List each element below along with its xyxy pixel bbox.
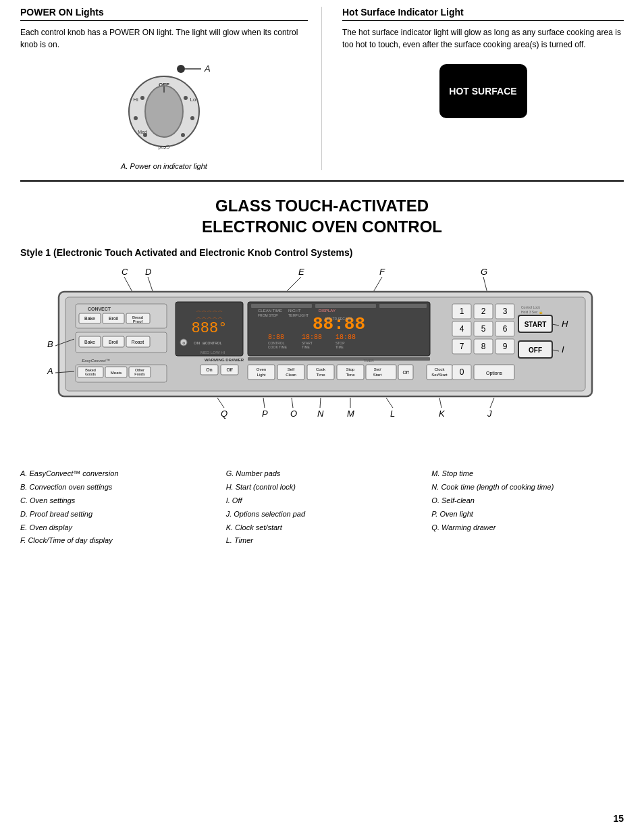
svg-line-26 (483, 277, 487, 293)
svg-point-14 (143, 133, 147, 137)
svg-text:Time: Time (346, 373, 355, 377)
svg-point-0 (177, 65, 185, 73)
svg-text:MED LOW HI: MED LOW HI (200, 350, 225, 355)
svg-point-8 (145, 86, 183, 137)
svg-line-22 (285, 277, 301, 293)
legend-section: A. EasyConvect™ conversion B. Convection… (20, 467, 624, 548)
svg-text:⊞CONTROL: ⊞CONTROL (203, 341, 222, 345)
legend-b: B. Convection oven settings (20, 481, 213, 494)
legend-e: E. Oven display (20, 521, 213, 535)
svg-text:TIMER: TIMER (363, 359, 374, 363)
svg-text:N: N (317, 409, 324, 419)
svg-line-148 (217, 398, 224, 408)
knob-svg-wrapper: A OFF Hi Lo Med (97, 61, 232, 155)
control-panel-wrapper: C D E F G CONVECT Bake Broil (20, 265, 624, 454)
svg-text:Off: Off (226, 367, 232, 372)
legend-g: G. Number pads (226, 467, 419, 481)
svg-point-12 (134, 116, 138, 120)
svg-text:M: M (347, 409, 354, 419)
knob-caption: A. Power on indicator light (20, 162, 308, 170)
svg-line-162 (490, 398, 494, 408)
svg-text:COOK TIME: COOK TIME (268, 345, 288, 349)
svg-text:CLEAN TIME: CLEAN TIME (258, 309, 282, 313)
svg-text:K: K (439, 409, 446, 419)
svg-line-24 (373, 277, 382, 293)
svg-text:H: H (562, 319, 568, 329)
svg-text:J: J (487, 409, 492, 419)
svg-text:TEMP LIGHT: TEMP LIGHT (288, 313, 308, 317)
svg-rect-69 (251, 304, 312, 308)
svg-text:START: START (525, 321, 547, 328)
legend-col-1: A. EasyConvect™ conversion B. Convection… (20, 467, 213, 548)
svg-text:poɘ⅁: poɘ⅁ (159, 145, 171, 150)
svg-text:Lo: Lo (190, 97, 196, 103)
svg-text:A: A (47, 366, 53, 376)
legend-a: A. EasyConvect™ conversion (20, 467, 213, 481)
svg-line-160 (439, 398, 441, 408)
svg-text:B: B (47, 339, 53, 349)
svg-text:Self: Self (288, 367, 295, 371)
svg-text:6: 6 (503, 324, 508, 334)
svg-text:NIGHT: NIGHT (288, 309, 301, 313)
hot-surface-title: Hot Surface Indicator Light (342, 7, 624, 21)
svg-text:5: 5 (481, 324, 486, 334)
svg-text:Proof: Proof (133, 319, 143, 323)
legend-q: Q. Warming drawer (431, 521, 624, 535)
legend-l: L. Timer (226, 534, 419, 548)
svg-line-18 (124, 277, 133, 293)
svg-text:ON: ON (194, 341, 200, 345)
svg-text:C: C (122, 267, 128, 277)
svg-text:I: I (562, 344, 564, 355)
svg-text:E: E (298, 267, 304, 277)
svg-text:0: 0 (460, 367, 464, 377)
svg-text:8: 8 (481, 342, 486, 351)
svg-text:F: F (379, 267, 385, 277)
legend-n: N. Cook time (length of cooking time) (431, 481, 624, 494)
legend-p: P. Oven light (431, 508, 624, 521)
legend-c: C. Oven settings (20, 494, 213, 508)
legend-f: F. Clock/Time of day display (20, 534, 213, 548)
power-on-lights-text: Each control knob has a POWER ON light. … (20, 26, 308, 51)
legend-col-3: M. Stop time N. Cook time (length of coo… (431, 467, 624, 548)
legend-d: D. Proof bread setting (20, 508, 213, 521)
svg-text:7: 7 (460, 342, 464, 351)
svg-text:EasyConvect™: EasyConvect™ (82, 359, 109, 363)
hot-surface-section: Hot Surface Indicator Light The hot surf… (322, 7, 624, 170)
svg-text:8:88: 8:88 (268, 334, 284, 341)
legend-i: I. Off (226, 494, 419, 508)
svg-text:Foods: Foods (134, 372, 145, 376)
svg-text:Start: Start (373, 373, 382, 377)
svg-text:Goods: Goods (85, 372, 96, 376)
svg-text:TIME: TIME (336, 345, 344, 349)
svg-text:3: 3 (503, 307, 508, 316)
svg-text:L: L (390, 409, 395, 419)
power-on-lights-title: POWER ON Lights (20, 7, 308, 21)
svg-text:FROM STOP: FROM STOP (258, 313, 278, 317)
svg-line-158 (386, 398, 393, 408)
svg-rect-103 (366, 365, 396, 380)
legend-k: K. Clock set/start (226, 521, 419, 535)
svg-text:Set/Start: Set/Start (431, 373, 448, 377)
svg-text:Roast: Roast (132, 340, 144, 344)
svg-text:Clean: Clean (286, 373, 296, 377)
svg-text:Hi: Hi (133, 97, 138, 103)
svg-text:Broil: Broil (109, 316, 118, 321)
svg-text:18:88: 18:88 (302, 334, 322, 341)
knob-diagram-area: A OFF Hi Lo Med (20, 57, 308, 159)
svg-point-11 (184, 96, 188, 100)
svg-line-152 (292, 398, 293, 408)
svg-text:Stop: Stop (346, 367, 355, 371)
power-on-lights-section: POWER ON Lights Each control knob has a … (20, 7, 322, 170)
svg-text:Light: Light (257, 373, 265, 377)
svg-text:Options: Options (486, 371, 503, 376)
legend-j: J. Options selection pad (226, 508, 419, 521)
svg-text:Control Lock: Control Lock (521, 305, 541, 309)
svg-text:Broil: Broil (109, 340, 118, 344)
svg-point-13 (190, 116, 194, 120)
svg-text:Off: Off (402, 370, 408, 375)
svg-text:OFF: OFF (529, 346, 542, 354)
svg-text:P: P (262, 409, 268, 419)
svg-text:A: A (204, 63, 211, 74)
svg-text:G: G (481, 267, 487, 277)
glass-touch-title: GLASS TOUCH-ACTIVATED ELECTRONIC OVEN CO… (20, 195, 624, 237)
